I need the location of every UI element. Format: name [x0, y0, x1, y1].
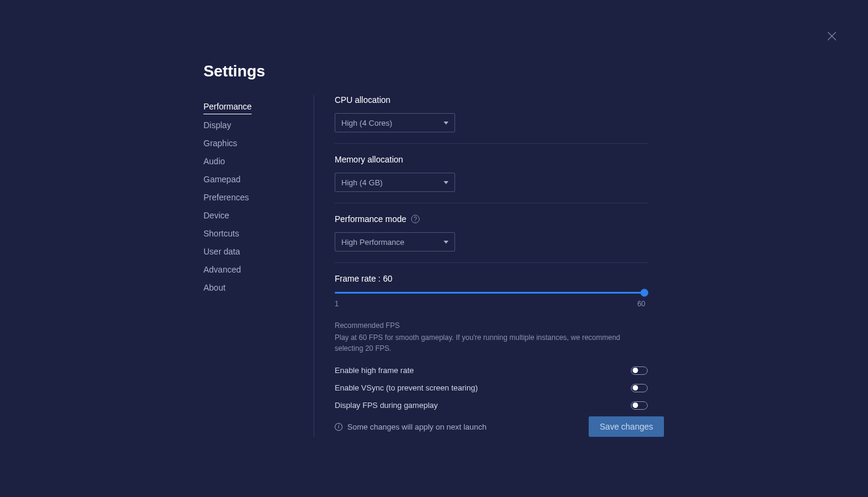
apply-note-text: Some changes will apply on next launch	[347, 422, 486, 431]
sidebar-item-graphics[interactable]: Graphics	[203, 134, 300, 152]
sidebar-item-shortcuts[interactable]: Shortcuts	[203, 224, 300, 242]
slider-min: 1	[335, 300, 339, 308]
chevron-down-icon	[444, 122, 448, 125]
divider	[335, 203, 648, 203]
page-title: Settings	[203, 62, 265, 81]
cpu-allocation-value: High (4 Cores)	[341, 119, 392, 128]
display-fps-label: Display FPS during gameplay	[335, 401, 438, 410]
enable-vsync-toggle[interactable]	[631, 384, 648, 392]
divider	[335, 262, 648, 263]
save-changes-button[interactable]: Save changes	[589, 416, 664, 437]
help-icon[interactable]: ?	[411, 215, 420, 223]
footer: i Some changes will apply on next launch…	[335, 416, 664, 437]
slider-max: 60	[637, 300, 645, 308]
sidebar-item-preferences[interactable]: Preferences	[203, 188, 300, 206]
cpu-allocation-select[interactable]: High (4 Cores)	[335, 113, 455, 132]
recommended-fps-text: Play at 60 FPS for smooth gameplay. If y…	[335, 332, 648, 354]
enable-high-frame-rate-toggle[interactable]	[631, 366, 648, 375]
info-icon: i	[335, 423, 343, 431]
divider	[335, 143, 648, 144]
sidebar-item-about[interactable]: About	[203, 279, 300, 297]
frame-rate-slider[interactable]: 1 60	[335, 292, 645, 308]
sidebar-item-gamepad[interactable]: Gamepad	[203, 170, 300, 188]
sidebar-item-advanced[interactable]: Advanced	[203, 261, 300, 279]
cpu-allocation-label: CPU allocation	[335, 95, 648, 105]
recommended-fps-title: Recommended FPS	[335, 321, 648, 330]
settings-content: CPU allocation High (4 Cores) Memory all…	[335, 95, 648, 410]
performance-mode-select[interactable]: High Performance	[335, 232, 455, 252]
enable-vsync-label: Enable VSync (to prevent screen tearing)	[335, 383, 478, 392]
memory-allocation-label: Memory allocation	[335, 155, 648, 164]
sidebar-item-device[interactable]: Device	[203, 206, 300, 224]
performance-mode-label-text: Performance mode	[335, 214, 406, 224]
display-fps-toggle[interactable]	[631, 401, 648, 410]
sidebar-item-user-data[interactable]: User data	[203, 242, 300, 261]
slider-thumb[interactable]	[640, 289, 648, 297]
sidebar-item-display[interactable]: Display	[203, 116, 300, 134]
sidebar-item-performance[interactable]: Performance	[203, 97, 252, 114]
sidebar-item-audio[interactable]: Audio	[203, 152, 300, 170]
chevron-down-icon	[444, 241, 448, 244]
vertical-divider	[314, 95, 314, 437]
apply-note: i Some changes will apply on next launch	[335, 422, 486, 431]
memory-allocation-value: High (4 GB)	[341, 178, 383, 187]
performance-mode-value: High Performance	[341, 238, 405, 247]
memory-allocation-select[interactable]: High (4 GB)	[335, 173, 455, 192]
close-icon[interactable]	[826, 30, 838, 42]
performance-mode-label: Performance mode ?	[335, 214, 648, 224]
frame-rate-label: Frame rate : 60	[335, 274, 648, 283]
chevron-down-icon	[444, 181, 448, 184]
enable-high-frame-rate-label: Enable high frame rate	[335, 366, 414, 375]
settings-sidebar: Performance Display Graphics Audio Gamep…	[203, 97, 300, 297]
